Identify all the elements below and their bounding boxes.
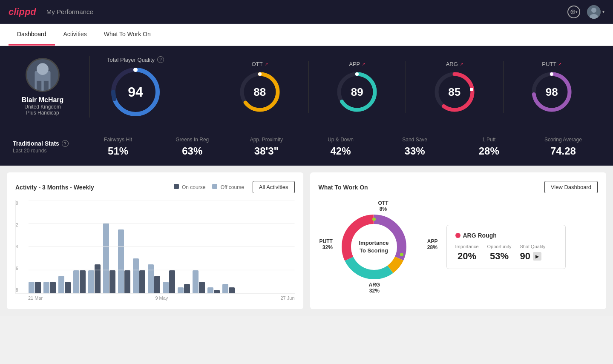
app-ring: 89	[336, 71, 378, 113]
stat-scoring: Scoring Average 74.28	[526, 137, 600, 157]
stat-oneputt-label: 1 Putt	[452, 137, 526, 143]
y-labels: 8 6 4 2 0	[16, 200, 28, 293]
on-course-legend-label: On course	[182, 184, 205, 190]
stats-label: Traditional Stats ? Last 20 rounds	[13, 140, 81, 154]
arg-ring: 85	[433, 71, 476, 113]
tpq-value: 94	[128, 84, 143, 100]
avatar	[587, 5, 601, 19]
x-labels: 21 Mar 9 May 27 Jun	[15, 295, 295, 301]
putt-label: PUTT ↗	[542, 61, 561, 67]
divider2	[194, 56, 194, 118]
stat-proximity-value: 38'3"	[229, 145, 303, 157]
shotquality-badge: ▶	[533, 252, 541, 261]
player-info: Blair McHarg United Kingdom Plus Handica…	[13, 58, 72, 116]
stat-sandsave-label: Sand Save	[378, 137, 452, 143]
off-course-legend-label: Off course	[221, 184, 244, 190]
svg-point-5	[37, 63, 49, 75]
all-activities-button[interactable]: All Activities	[253, 181, 295, 193]
arg-section: ARG ↗ 85	[406, 61, 504, 113]
tpq-ring: 94	[110, 66, 161, 118]
player-country: United Kingdom	[24, 104, 60, 110]
svg-point-11	[133, 68, 138, 72]
ott-value: 88	[253, 85, 266, 98]
donut-center-label: ImportanceTo Scoring	[359, 239, 389, 255]
info-metric-importance: Importance 20%	[455, 244, 479, 262]
donut-svg-container: ImportanceTo Scoring	[336, 209, 412, 285]
ott-section: OTT ↗ 88	[211, 61, 309, 113]
svg-point-34	[400, 253, 403, 256]
svg-point-14	[258, 72, 262, 76]
opportunity-value: 53%	[487, 251, 512, 262]
stat-fairways: Fairways Hit 51%	[81, 137, 155, 157]
divider	[89, 56, 90, 118]
app-segment-label: APP 28%	[427, 238, 438, 250]
wtwo-right: ARG Rough Importance 20% Opportunity 53%…	[446, 200, 598, 294]
tab-what-to-work-on[interactable]: What To Work On	[95, 24, 159, 46]
wtwo-title: What To Work On	[319, 184, 368, 191]
stats-title: Traditional Stats ?	[13, 140, 81, 147]
x-label-jun: 27 Jun	[280, 295, 294, 301]
add-button[interactable]: ⊕ ▾	[567, 6, 580, 18]
stat-fairways-label: Fairways Hit	[81, 137, 155, 143]
header: clippd My Performance ⊕ ▾ ▾	[0, 0, 613, 24]
chart-area: 8 6 4 2 0	[15, 200, 295, 301]
tab-dashboard[interactable]: Dashboard	[9, 24, 55, 46]
info-card-dot	[455, 233, 460, 238]
info-metric-opportunity: Opportunity 53%	[487, 244, 512, 262]
svg-point-20	[470, 88, 473, 91]
stat-proximity-label: App. Proximity	[229, 137, 303, 143]
avatar-chevron: ▾	[602, 9, 604, 14]
off-course-legend-dot	[212, 184, 217, 189]
stat-sandsave-value: 33%	[378, 145, 452, 157]
stat-updown-label: Up & Down	[303, 137, 377, 143]
shotquality-label: Shot Quality	[520, 244, 545, 249]
stat-scoring-label: Scoring Average	[526, 137, 600, 143]
putt-segment-label: PUTT 32%	[319, 238, 333, 250]
putt-section: PUTT ↗ 98	[504, 61, 601, 113]
player-name: Blair McHarg	[22, 96, 64, 104]
x-label-may: 9 May	[155, 295, 168, 301]
activity-chart-title: Activity - 3 Months - Weekly	[15, 184, 94, 191]
stat-updown: Up & Down 42%	[303, 137, 377, 157]
arg-value: 85	[448, 85, 460, 98]
svg-point-17	[355, 72, 359, 76]
stats-subtitle: Last 20 rounds	[13, 148, 81, 154]
stats-bar: Traditional Stats ? Last 20 rounds Fairw…	[0, 128, 613, 166]
svg-point-23	[550, 72, 553, 76]
navigation: Dashboard Activities What To Work On	[0, 24, 613, 46]
info-card: ARG Rough Importance 20% Opportunity 53%…	[446, 225, 566, 269]
x-label-mar: 21 Mar	[28, 295, 43, 301]
tpq-help-icon[interactable]: ?	[157, 56, 164, 63]
info-card-title: ARG Rough	[455, 232, 557, 239]
view-dashboard-button[interactable]: View Dashboard	[544, 181, 598, 193]
stat-sandsave: Sand Save 33%	[378, 137, 452, 157]
player-handicap: Plus Handicap	[26, 110, 59, 116]
stat-updown-value: 42%	[303, 145, 377, 157]
bottom-panels: Activity - 3 Months - Weekly On course O…	[0, 166, 613, 316]
stat-greens: Greens In Reg 63%	[155, 137, 229, 157]
importance-label: Importance	[455, 244, 479, 249]
hero-section: Blair McHarg United Kingdom Plus Handica…	[0, 46, 613, 128]
player-avatar	[26, 58, 60, 92]
svg-point-33	[372, 218, 376, 221]
logo: clippd	[9, 6, 36, 17]
app-value: 89	[351, 85, 363, 98]
tab-activities[interactable]: Activities	[55, 24, 95, 46]
donut-area: OTT 8% PUTT 32% APP 28% ARG 32%	[319, 200, 438, 294]
scores-container: OTT ↗ 88 APP ↗	[211, 61, 600, 113]
stat-fairways-value: 51%	[81, 145, 155, 157]
tpq-label: Total Player Quality ?	[107, 56, 164, 63]
putt-value: 98	[546, 85, 558, 98]
wtwo-panel: What To Work On View Dashboard OTT 8% PU…	[310, 172, 607, 309]
chart-bars-container: 8 6 4 2 0	[15, 200, 295, 294]
stats-help-icon[interactable]: ?	[62, 140, 69, 147]
stat-items: Fairways Hit 51% Greens In Reg 63% App. …	[81, 137, 600, 157]
stat-scoring-value: 74.28	[526, 145, 600, 157]
avatar-button[interactable]: ▾	[587, 5, 604, 19]
app-label: APP ↗	[349, 61, 365, 67]
stat-proximity: App. Proximity 38'3"	[229, 137, 303, 157]
wtwo-content: OTT 8% PUTT 32% APP 28% ARG 32%	[319, 200, 598, 294]
importance-value: 20%	[455, 251, 479, 262]
ott-label: OTT ↗	[252, 61, 268, 67]
chart-legend: On course Off course	[174, 184, 244, 190]
